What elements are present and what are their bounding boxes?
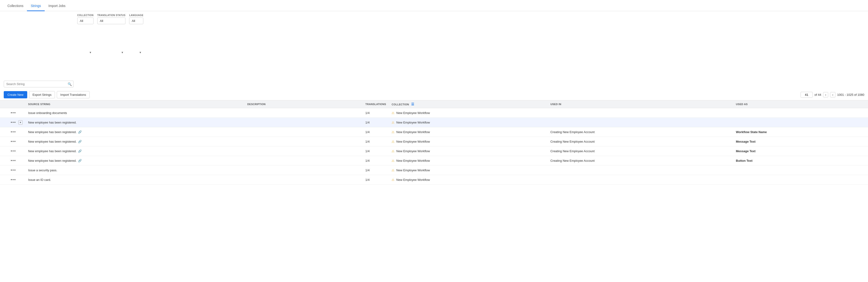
export-strings-button[interactable]: Export Strings: [29, 91, 55, 98]
row-translations-cell: 1/4: [363, 118, 389, 127]
collection-name: New Employee Workflow: [396, 178, 430, 181]
page-input[interactable]: 41: [801, 92, 813, 97]
row-source-string-cell: New employee has been registered.🔗: [25, 127, 245, 137]
row-source-string-cell: New employee has been registered.🔗: [25, 146, 245, 156]
collection-name: New Employee Workflow: [396, 111, 430, 115]
pagination-range: 1001 - 1025 of 1080: [837, 93, 864, 96]
source-string-text: New employee has been registered.: [28, 140, 76, 143]
row-check-cell: [0, 146, 7, 156]
collection-filter-group: COLLECTION All ▼: [77, 14, 94, 87]
row-description-cell: [245, 108, 363, 118]
warn-icon: ⚠: [392, 140, 395, 143]
collection-col-label: COLLECTION: [392, 103, 409, 106]
col-header-dots: [7, 101, 25, 108]
row-options-button[interactable]: •••: [10, 158, 17, 163]
col-header-check: [0, 101, 7, 108]
row-description-cell: [245, 146, 363, 156]
row-source-string-cell: Issue a security pass.: [25, 166, 245, 175]
warn-icon: ⚠: [392, 121, 395, 124]
row-dots-cell: •••: [7, 156, 25, 166]
collection-name: New Employee Workflow: [396, 149, 430, 153]
col-header-used-as: USED AS: [733, 101, 868, 108]
link-icon: 🔗: [78, 140, 82, 143]
row-expand-button[interactable]: ▾: [19, 120, 23, 125]
table-row: •••Issue onboarding documents1/4⚠New Emp…: [0, 108, 868, 118]
row-translations-cell: 1/4: [363, 127, 389, 137]
row-used-as-cell: Message Text: [733, 146, 868, 156]
row-used-as-cell: Workflow State Name: [733, 127, 868, 137]
table-row: •••Issue an ID card.1/4⚠New Employee Wor…: [0, 175, 868, 185]
translation-status-select-wrap: All ▼: [97, 18, 125, 87]
row-translations-cell: 1/4: [363, 137, 389, 146]
language-filter-label: LANGUAGE: [129, 14, 143, 17]
language-select[interactable]: All: [129, 18, 143, 24]
row-translations-cell: 1/4: [363, 175, 389, 185]
row-used-in-cell: [548, 118, 733, 127]
row-used-in-cell: [548, 175, 733, 185]
row-check-cell: [0, 166, 7, 175]
source-string-text: Issue a security pass.: [28, 169, 57, 172]
table-row: •••Issue a security pass.1/4⚠New Employe…: [0, 166, 868, 175]
collection-name: New Employee Workflow: [396, 140, 430, 143]
row-source-string-cell: New employee has been registered.🔗: [25, 137, 245, 146]
translation-status-select[interactable]: All: [97, 18, 125, 24]
row-options-button[interactable]: •••: [10, 139, 17, 144]
warn-icon: ⚠: [392, 159, 395, 163]
pagination-prev-button[interactable]: ‹: [823, 92, 828, 97]
collection-filter-icon[interactable]: ☰: [411, 102, 414, 106]
row-description-cell: [245, 118, 363, 127]
row-source-string-cell: Issue an ID card.: [25, 175, 245, 185]
table-wrap: SOURCE STRING DESCRIPTION TRANSLATIONS C…: [0, 100, 868, 185]
collection-name: New Employee Workflow: [396, 121, 430, 124]
row-collection-cell: ⚠New Employee Workflow: [389, 175, 548, 185]
row-options-button[interactable]: •••: [10, 177, 17, 182]
row-translations-cell: 1/4: [363, 108, 389, 118]
row-check-cell: [0, 175, 7, 185]
import-translations-button[interactable]: Import Translations: [57, 91, 90, 98]
collection-name: New Employee Workflow: [396, 169, 430, 172]
col-header-collection: COLLECTION ☰: [389, 101, 548, 108]
row-collection-cell: ⚠New Employee Workflow: [389, 137, 548, 146]
row-source-string-cell: New employee has been registered.🔗: [25, 156, 245, 166]
table-row: •••New employee has been registered.🔗1/4…: [0, 156, 868, 166]
search-icon: 🔍: [68, 82, 72, 86]
row-used-as-cell: [733, 175, 868, 185]
row-description-cell: [245, 175, 363, 185]
row-options-button[interactable]: •••: [10, 148, 17, 153]
row-used-in-cell: Creating New Employee Account: [548, 156, 733, 166]
row-dots-cell: •••: [7, 137, 25, 146]
warn-icon: ⚠: [392, 130, 395, 134]
row-used-in-cell: Creating New Employee Account: [548, 137, 733, 146]
warn-icon: ⚠: [392, 178, 395, 181]
create-new-button[interactable]: Create New: [4, 91, 27, 98]
row-dots-cell: •••▾: [7, 118, 25, 127]
row-check-cell: [0, 108, 7, 118]
tab-collections[interactable]: Collections: [4, 1, 27, 11]
row-used-as-cell: [733, 108, 868, 118]
row-options-button[interactable]: •••: [10, 110, 17, 115]
warn-icon: ⚠: [392, 111, 395, 115]
source-string-text: New employee has been registered.: [28, 149, 76, 153]
row-options-button[interactable]: •••: [10, 120, 17, 125]
collection-select[interactable]: All: [77, 18, 94, 24]
strings-table: SOURCE STRING DESCRIPTION TRANSLATIONS C…: [0, 100, 868, 185]
row-options-button[interactable]: •••: [10, 129, 17, 135]
tab-strings[interactable]: Strings: [27, 1, 45, 11]
row-used-as-cell: Button Text: [733, 156, 868, 166]
source-string-text: New employee has been registered.: [28, 121, 76, 124]
pagination-next-button[interactable]: ›: [830, 92, 835, 97]
collection-name: New Employee Workflow: [396, 130, 430, 134]
row-source-string-cell: New employee has been registered.: [25, 118, 245, 127]
filters-row: 🔍 COLLECTION All ▼ TRANSLATION STATUS Al…: [0, 11, 868, 89]
row-check-cell: [0, 137, 7, 146]
table-row: •••New employee has been registered.🔗1/4…: [0, 146, 868, 156]
row-translations-cell: 1/4: [363, 166, 389, 175]
table-header-row: SOURCE STRING DESCRIPTION TRANSLATIONS C…: [0, 101, 868, 108]
search-input[interactable]: [4, 81, 73, 87]
source-string-text: New employee has been registered.: [28, 159, 76, 163]
row-options-button[interactable]: •••: [10, 168, 17, 173]
table-body: •••Issue onboarding documents1/4⚠New Emp…: [0, 108, 868, 185]
tab-import-jobs[interactable]: Import Jobs: [45, 1, 69, 11]
row-description-cell: [245, 137, 363, 146]
col-header-source[interactable]: SOURCE STRING: [25, 101, 245, 108]
